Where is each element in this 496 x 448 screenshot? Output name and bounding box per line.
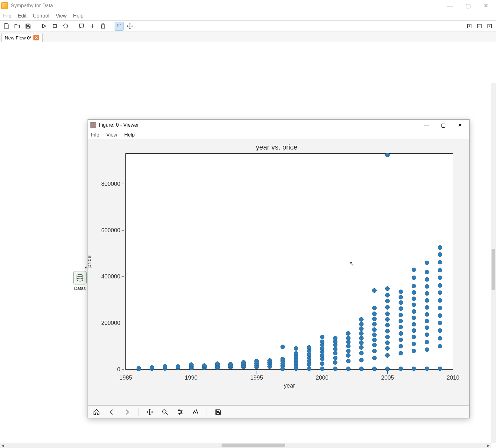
data-point bbox=[150, 365, 154, 370]
home-icon[interactable] bbox=[92, 408, 101, 416]
data-point bbox=[333, 356, 337, 360]
config-icon[interactable] bbox=[176, 408, 184, 416]
y-tick: 600000 bbox=[101, 227, 124, 234]
data-point bbox=[438, 306, 442, 310]
new-file-icon[interactable] bbox=[2, 22, 11, 31]
data-point bbox=[412, 276, 416, 280]
v-scroll-thumb[interactable] bbox=[492, 249, 495, 290]
forward-icon[interactable] bbox=[123, 408, 131, 416]
data-point bbox=[425, 319, 429, 323]
data-point bbox=[346, 349, 351, 353]
data-point bbox=[399, 338, 403, 342]
horizontal-scrollbar[interactable]: ◀ ▶ bbox=[0, 443, 491, 448]
fit-icon[interactable] bbox=[485, 22, 494, 31]
menu-help[interactable]: Help bbox=[73, 13, 83, 19]
data-point bbox=[412, 297, 416, 301]
figure-viewer-window: Figure: 0 - Viewer — ▢ ✕ File View Help … bbox=[88, 119, 470, 418]
add-icon[interactable] bbox=[88, 22, 97, 31]
x-tick: 2005 bbox=[381, 371, 394, 381]
data-point bbox=[399, 319, 403, 323]
h-scroll-right-icon[interactable]: ▶ bbox=[486, 444, 491, 448]
data-point bbox=[280, 357, 285, 361]
data-point bbox=[438, 290, 442, 295]
comment-icon[interactable] bbox=[77, 22, 86, 31]
viewer-maximize-button[interactable]: ▢ bbox=[436, 121, 450, 130]
data-point bbox=[372, 317, 377, 321]
data-point bbox=[438, 276, 442, 280]
viewer-minimize-button[interactable]: — bbox=[420, 121, 434, 130]
viewer-close-button[interactable]: ✕ bbox=[453, 121, 467, 130]
open-file-icon[interactable] bbox=[13, 22, 22, 31]
back-icon[interactable] bbox=[108, 408, 116, 416]
viewer-toolbar bbox=[88, 405, 469, 418]
collapse-icon[interactable] bbox=[475, 22, 484, 31]
stop-icon[interactable] bbox=[50, 22, 59, 31]
svg-point-6 bbox=[77, 275, 83, 277]
reload-icon[interactable] bbox=[61, 22, 70, 31]
move-icon[interactable] bbox=[125, 22, 134, 31]
data-point bbox=[425, 261, 429, 265]
data-point bbox=[412, 349, 416, 353]
viewer-menu-help[interactable]: Help bbox=[124, 132, 135, 138]
svg-point-10 bbox=[179, 413, 180, 414]
menu-file[interactable]: File bbox=[3, 13, 11, 19]
tab-flow[interactable]: New Flow 0* ✕ bbox=[1, 33, 43, 42]
h-scroll-left-icon[interactable]: ◀ bbox=[0, 444, 5, 448]
data-point bbox=[399, 295, 403, 299]
menu-edit[interactable]: Edit bbox=[18, 13, 27, 19]
viewer-menu-file[interactable]: File bbox=[91, 132, 99, 138]
data-point bbox=[241, 360, 246, 365]
data-point bbox=[412, 367, 416, 371]
select-icon[interactable] bbox=[115, 22, 124, 31]
app-icon bbox=[1, 2, 8, 9]
delete-icon[interactable] bbox=[99, 22, 108, 31]
expand-icon[interactable] bbox=[465, 22, 474, 31]
data-point bbox=[346, 336, 351, 340]
data-point bbox=[438, 344, 442, 348]
data-point bbox=[307, 367, 311, 371]
save-figure-icon[interactable] bbox=[214, 408, 222, 416]
data-point bbox=[359, 336, 364, 340]
data-point bbox=[307, 345, 311, 350]
data-point bbox=[438, 313, 442, 318]
data-point bbox=[163, 364, 167, 368]
data-point bbox=[359, 351, 364, 355]
x-tick: 2000 bbox=[316, 371, 329, 381]
tab-label: New Flow 0* bbox=[5, 35, 32, 40]
menu-view[interactable]: View bbox=[56, 13, 67, 19]
data-point bbox=[372, 343, 377, 347]
data-point bbox=[425, 284, 429, 289]
save-icon[interactable] bbox=[24, 22, 32, 31]
data-point bbox=[372, 306, 377, 310]
run-icon[interactable] bbox=[39, 22, 48, 31]
data-point bbox=[346, 331, 351, 336]
menu-control[interactable]: Control bbox=[33, 13, 49, 19]
viewer-title-bar[interactable]: Figure: 0 - Viewer — ▢ ✕ bbox=[88, 120, 469, 130]
data-point bbox=[438, 328, 442, 333]
zoom-icon[interactable] bbox=[161, 408, 169, 416]
data-point bbox=[346, 340, 351, 344]
svg-point-7 bbox=[163, 410, 166, 413]
data-point bbox=[385, 299, 390, 303]
data-point bbox=[399, 325, 403, 329]
tab-close-icon[interactable]: ✕ bbox=[33, 35, 39, 40]
edit-axes-icon[interactable] bbox=[191, 408, 200, 416]
chart-plot-area[interactable]: 0200000400000600000800000 19851990199520… bbox=[125, 153, 453, 370]
h-scroll-thumb[interactable] bbox=[222, 444, 285, 447]
data-point bbox=[359, 322, 364, 326]
viewer-menu-view[interactable]: View bbox=[106, 132, 117, 138]
data-point bbox=[425, 326, 429, 330]
x-tick: 1985 bbox=[119, 371, 132, 381]
data-point bbox=[412, 342, 416, 346]
data-point bbox=[425, 298, 429, 303]
pan-icon[interactable] bbox=[145, 408, 154, 416]
close-button[interactable]: ✕ bbox=[477, 1, 495, 11]
dataset-node[interactable]: ✓ Datas bbox=[73, 271, 87, 291]
data-point bbox=[425, 312, 429, 317]
data-point bbox=[267, 358, 272, 363]
vertical-scrollbar[interactable] bbox=[491, 83, 496, 443]
maximize-button[interactable]: ▢ bbox=[459, 1, 477, 11]
data-point bbox=[399, 290, 403, 294]
data-point bbox=[202, 363, 207, 368]
minimize-button[interactable]: — bbox=[441, 1, 459, 11]
